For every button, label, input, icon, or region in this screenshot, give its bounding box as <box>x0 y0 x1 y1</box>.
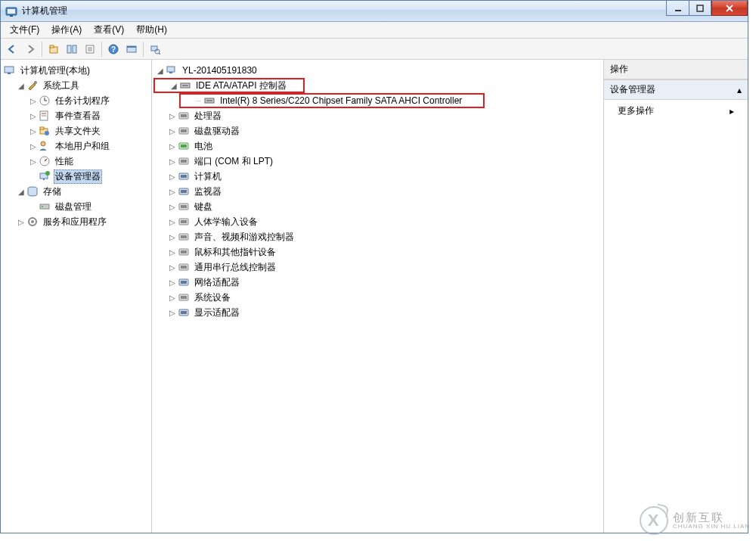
scan-button[interactable] <box>147 41 163 58</box>
device-category[interactable]: ▷端口 (COM 和 LPT) <box>153 154 602 169</box>
minimize-button[interactable] <box>666 1 689 16</box>
svg-point-24 <box>34 81 37 84</box>
svg-rect-37 <box>43 179 45 180</box>
tree-item-shared-folders[interactable]: ▷共享文件夹 <box>2 123 150 138</box>
collapse-icon[interactable]: ◢ <box>16 82 26 90</box>
collapse-icon[interactable]: ◢ <box>16 188 26 196</box>
tools-icon <box>26 79 39 92</box>
svg-rect-23 <box>8 73 11 74</box>
menu-action[interactable]: 操作(A) <box>45 23 88 36</box>
watermark-logo-icon: X <box>640 506 668 535</box>
expand-icon[interactable]: ▷ <box>28 97 39 105</box>
expand-icon[interactable]: ▷ <box>28 112 39 120</box>
menu-view[interactable]: 查看(V) <box>88 23 130 36</box>
svg-rect-67 <box>181 235 187 238</box>
toolbar-separator <box>143 42 144 57</box>
device-category[interactable]: ▷计算机 <box>153 169 602 184</box>
device-category-icon <box>178 291 190 303</box>
expand-icon[interactable]: ▷ <box>16 218 26 226</box>
share-icon <box>39 125 51 137</box>
expand-icon[interactable]: ▷ <box>167 173 178 181</box>
console-view-button[interactable] <box>123 41 140 58</box>
expand-icon[interactable]: ▷ <box>28 142 39 151</box>
svg-rect-19 <box>151 46 157 51</box>
window-controls <box>666 1 748 16</box>
action-more[interactable]: 更多操作 ▸ <box>604 100 748 122</box>
tree-item-task-scheduler[interactable]: ▷任务计划程序 <box>2 93 150 108</box>
expand-icon[interactable]: ▷ <box>167 278 178 287</box>
expand-icon[interactable]: ▷ <box>167 203 178 211</box>
device-category[interactable]: ▷处理器 <box>153 108 602 123</box>
tree-item-local-users[interactable]: ▷本地用户和组 <box>2 138 150 154</box>
back-button[interactable] <box>4 41 20 58</box>
device-category[interactable]: ▷磁盘驱动器 <box>153 123 602 138</box>
device-category[interactable]: ▷通用串行总线控制器 <box>153 260 602 275</box>
svg-line-21 <box>159 53 160 54</box>
svg-rect-40 <box>40 204 49 209</box>
expand-icon[interactable]: ▷ <box>167 218 178 226</box>
forward-button[interactable] <box>22 41 39 58</box>
disk-icon <box>39 201 51 213</box>
up-button[interactable] <box>45 41 62 58</box>
device-category[interactable]: ▷网络适配器 <box>153 275 602 290</box>
svg-rect-77 <box>181 311 187 314</box>
svg-rect-69 <box>181 250 187 253</box>
category-ide-ata[interactable]: ◢ IDE ATA/ATAPI 控制器 <box>153 78 305 93</box>
expand-icon[interactable]: ▷ <box>167 263 178 272</box>
tree-item-device-manager[interactable]: ▷设备管理器 <box>2 169 150 184</box>
actions-pane: 操作 设备管理器 ▴ 更多操作 ▸ <box>604 60 748 533</box>
device-category[interactable]: ▷声音、视频和游戏控制器 <box>153 229 602 244</box>
device-category[interactable]: ▷键盘 <box>153 199 602 214</box>
tree-item-disk-mgmt[interactable]: ▷磁盘管理 <box>2 199 150 214</box>
device-category-icon <box>178 185 190 197</box>
tree-group-system-tools[interactable]: ◢ 系统工具 <box>2 78 150 93</box>
expand-icon[interactable]: ▷ <box>28 157 39 166</box>
collapse-icon[interactable]: ◢ <box>169 82 179 90</box>
tree-item-performance[interactable]: ▷性能 <box>2 154 150 169</box>
tree-group-services[interactable]: ▷ 服务和应用程序 <box>2 214 150 229</box>
center-tree-pane: ◢ YL-201405191830 ◢ IDE ATA/ATAPI 控制器 ┈ … <box>152 60 604 533</box>
menu-help[interactable]: 帮助(H) <box>130 23 173 36</box>
svg-point-33 <box>45 131 49 135</box>
controller-icon <box>203 95 215 107</box>
expand-icon[interactable]: ▷ <box>167 157 178 166</box>
svg-rect-51 <box>181 114 187 117</box>
expand-icon[interactable]: ▷ <box>28 127 39 135</box>
device-sata-controller[interactable]: ┈ Intel(R) 8 Series/C220 Chipset Family … <box>179 93 485 108</box>
svg-rect-47 <box>182 85 188 86</box>
actions-section-title[interactable]: 设备管理器 ▴ <box>604 79 748 100</box>
properties-button[interactable] <box>82 41 98 58</box>
content-area: 计算机管理(本地) ◢ 系统工具 ▷任务计划程序 ▷事件查看器 ▷共享文件夹 ▷… <box>1 60 748 533</box>
collapse-icon[interactable]: ◢ <box>155 67 166 75</box>
show-hide-console-button[interactable] <box>64 41 80 58</box>
tree-item-event-viewer[interactable]: ▷事件查看器 <box>2 108 150 123</box>
device-category[interactable]: ▷电池 <box>153 138 602 154</box>
group-label: 系统工具 <box>42 79 81 92</box>
menu-file[interactable]: 文件(F) <box>4 23 45 36</box>
device-category[interactable]: ▷鼠标和其他指针设备 <box>153 244 602 260</box>
tree-root[interactable]: 计算机管理(本地) <box>2 63 150 78</box>
expand-icon[interactable]: ▷ <box>167 142 178 151</box>
svg-rect-65 <box>181 220 187 223</box>
expand-icon[interactable]: ▷ <box>167 294 178 302</box>
close-button[interactable] <box>711 1 748 16</box>
device-root[interactable]: ◢ YL-201405191830 <box>153 63 602 78</box>
maximize-button[interactable] <box>689 1 711 16</box>
device-category[interactable]: ▷人体学输入设备 <box>153 214 602 229</box>
expand-icon[interactable]: ▷ <box>167 233 178 241</box>
device-category-icon <box>178 231 190 243</box>
expand-icon[interactable]: ▷ <box>167 127 178 135</box>
device-category[interactable]: ▷系统设备 <box>153 290 602 305</box>
device-category[interactable]: ▷监视器 <box>153 184 602 199</box>
expand-icon[interactable]: ▷ <box>167 188 178 196</box>
tree-group-storage[interactable]: ◢ 存储 <box>2 184 150 199</box>
expand-icon[interactable]: ▷ <box>167 248 178 257</box>
device-category[interactable]: ▷显示适配器 <box>153 305 602 320</box>
help-button[interactable]: ? <box>105 41 122 58</box>
svg-rect-1 <box>8 9 15 14</box>
svg-rect-63 <box>181 205 187 208</box>
svg-rect-9 <box>67 45 71 53</box>
tree-root-label: 计算机管理(本地) <box>19 64 91 77</box>
expand-icon[interactable]: ▷ <box>167 309 178 317</box>
expand-icon[interactable]: ▷ <box>167 112 178 120</box>
